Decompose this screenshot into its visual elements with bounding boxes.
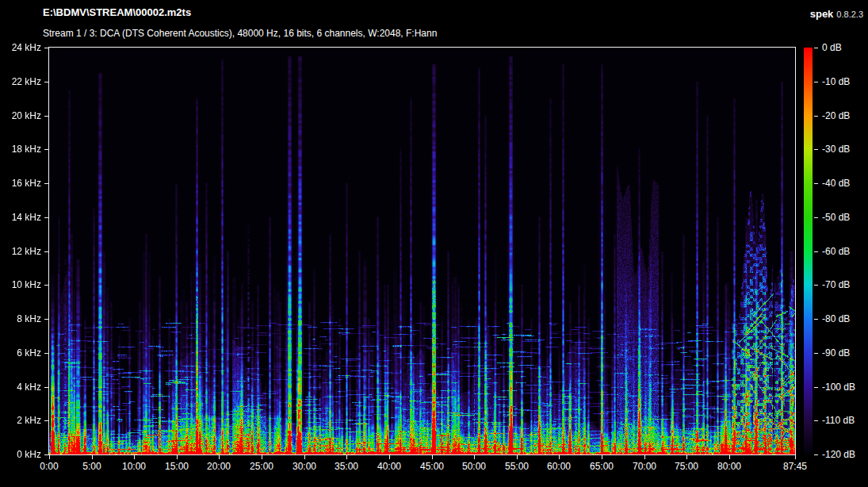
y-axis-tick bbox=[44, 183, 48, 184]
colorbar-tick bbox=[814, 149, 818, 150]
app-version: 0.8.2.3 bbox=[836, 10, 863, 19]
colorbar-label: 0 dB bbox=[822, 42, 842, 53]
y-axis-tick bbox=[44, 285, 48, 286]
y-axis-label: 16 kHz bbox=[0, 178, 41, 189]
x-axis-label: 80:00 bbox=[704, 461, 755, 472]
x-axis-tick bbox=[134, 455, 135, 459]
y-axis-label: 12 kHz bbox=[0, 246, 41, 257]
x-axis-tick bbox=[177, 455, 178, 459]
x-axis-tick bbox=[686, 455, 687, 459]
app-brand: spek0.8.2.3 bbox=[810, 6, 863, 21]
colorbar-tick bbox=[814, 82, 818, 82]
colorbar-tick bbox=[814, 285, 818, 286]
colorbar-label: -60 dB bbox=[822, 246, 850, 257]
colorbar bbox=[804, 48, 813, 454]
y-axis-label: 20 kHz bbox=[0, 110, 41, 121]
y-axis-tick bbox=[44, 353, 48, 354]
x-axis-tick bbox=[729, 455, 730, 459]
colorbar-label: -90 dB bbox=[822, 347, 850, 359]
colorbar-label: -30 dB bbox=[822, 144, 850, 155]
stream-info: Stream 1 / 3: DCA (DTS Coherent Acoustic… bbox=[43, 28, 437, 39]
y-axis-label: 6 kHz bbox=[0, 347, 41, 359]
y-axis-tick bbox=[44, 387, 48, 388]
y-axis-tick bbox=[44, 116, 48, 117]
colorbar-tick bbox=[814, 183, 818, 184]
x-axis-tick bbox=[517, 455, 518, 459]
y-axis-label: 8 kHz bbox=[0, 313, 41, 324]
colorbar-label: -10 dB bbox=[822, 76, 850, 87]
y-axis-tick bbox=[44, 149, 48, 150]
x-axis-tick bbox=[262, 455, 262, 459]
y-axis-tick bbox=[44, 48, 48, 48]
colorbar-label: -50 dB bbox=[822, 212, 850, 223]
x-axis-tick bbox=[49, 455, 50, 459]
colorbar-tick bbox=[814, 420, 818, 421]
y-axis-label: 14 kHz bbox=[0, 212, 41, 223]
colorbar-tick bbox=[814, 353, 818, 354]
colorbar-tick bbox=[814, 217, 818, 218]
y-axis-tick bbox=[44, 217, 48, 218]
colorbar-label: -100 dB bbox=[822, 382, 855, 393]
colorbar-label: -120 dB bbox=[822, 449, 855, 460]
x-axis-tick bbox=[474, 455, 475, 459]
y-axis-tick bbox=[44, 454, 48, 455]
y-axis-tick bbox=[44, 420, 48, 421]
colorbar-tick bbox=[814, 251, 818, 252]
y-axis-tick bbox=[44, 82, 48, 82]
x-axis-tick bbox=[304, 455, 305, 459]
colorbar-label: -110 dB bbox=[822, 415, 855, 426]
spectrogram-canvas bbox=[49, 48, 795, 454]
x-axis-label: 87:45 bbox=[770, 461, 820, 472]
spek-window: { "app": { "name": "spek", "version": "0… bbox=[0, 0, 868, 487]
x-axis-tick bbox=[602, 455, 602, 459]
y-axis-label: 22 kHz bbox=[0, 76, 41, 87]
colorbar-label: -20 dB bbox=[822, 110, 850, 121]
colorbar-label: -80 dB bbox=[822, 313, 850, 324]
y-axis-label: 2 kHz bbox=[0, 415, 41, 426]
x-axis-tick bbox=[795, 455, 796, 459]
colorbar-tick bbox=[814, 387, 818, 388]
colorbar-label: -40 dB bbox=[822, 178, 850, 189]
colorbar-tick bbox=[814, 48, 818, 48]
x-axis-tick bbox=[432, 455, 433, 459]
colorbar-tick bbox=[814, 454, 818, 455]
x-axis-tick bbox=[389, 455, 390, 459]
x-axis-tick bbox=[92, 455, 93, 459]
y-axis-label: 18 kHz bbox=[0, 144, 41, 155]
colorbar-tick bbox=[814, 116, 818, 117]
y-axis-tick bbox=[44, 319, 48, 320]
app-name: spek bbox=[810, 8, 834, 20]
colorbar-tick bbox=[814, 319, 818, 320]
y-axis-tick bbox=[44, 251, 48, 252]
colorbar-label: -70 dB bbox=[822, 279, 850, 290]
y-axis-label: 4 kHz bbox=[0, 382, 41, 393]
x-axis-tick bbox=[559, 455, 560, 459]
x-axis-tick bbox=[346, 455, 347, 459]
file-path-title: E:\BDMV\STREAM\00002.m2ts bbox=[43, 6, 191, 18]
y-axis-label: 10 kHz bbox=[0, 279, 41, 290]
x-axis-tick bbox=[219, 455, 220, 459]
y-axis-label: 0 kHz bbox=[0, 449, 41, 460]
x-axis-tick bbox=[644, 455, 645, 459]
y-axis-label: 24 kHz bbox=[0, 42, 41, 53]
spectrogram-plot bbox=[48, 47, 796, 455]
